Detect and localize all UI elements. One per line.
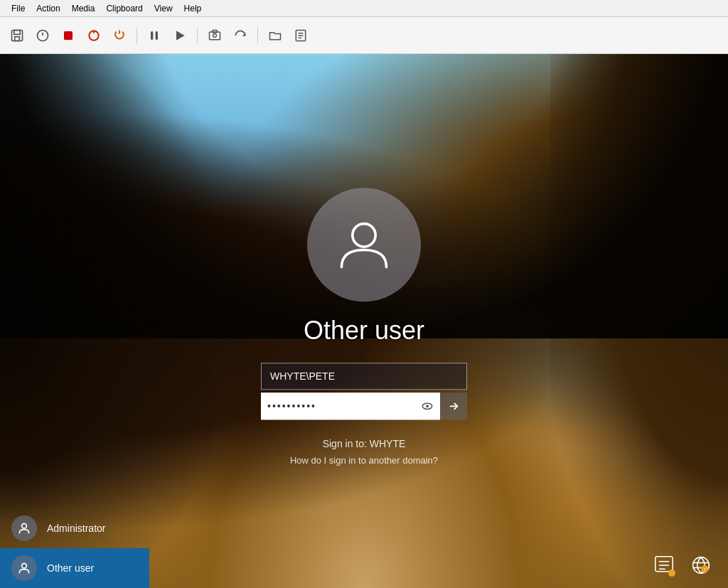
sign-in-domain-label: Sign in to: WHYTE (323, 438, 406, 449)
disk-icon (10, 28, 24, 43)
username-field-wrapper (261, 363, 467, 391)
menu-action[interactable]: Action (31, 2, 65, 15)
toolbar-poweroff-btn[interactable] (31, 24, 54, 47)
svg-text:!: ! (704, 567, 705, 572)
another-domain-link[interactable]: How do I sign in to another domain? (290, 455, 438, 466)
person-icon (332, 213, 396, 277)
person-small-icon-2 (17, 561, 31, 575)
toolbar-disk-btn[interactable] (6, 24, 28, 47)
menu-help[interactable]: Help (178, 2, 208, 15)
user-list-item-administrator[interactable]: Administrator (0, 508, 149, 548)
toolbar-restart-btn[interactable] (82, 24, 105, 47)
svg-rect-8 (151, 31, 153, 40)
screen: Other user (0, 54, 728, 588)
eye-icon (421, 400, 434, 412)
menu-view[interactable]: View (149, 2, 178, 15)
username-input[interactable] (261, 363, 467, 390)
bottom-right-icons: ! (651, 552, 714, 578)
avatar-administrator (11, 515, 37, 541)
user-list: Administrator Other user (0, 508, 149, 588)
login-panel: Other user (240, 188, 488, 466)
toolbar-folder-btn[interactable] (264, 24, 287, 47)
toolbar-pause-btn[interactable] (143, 24, 166, 47)
administrator-label: Administrator (47, 523, 105, 534)
svg-point-22 (22, 523, 27, 528)
separator-2 (197, 27, 198, 44)
svg-rect-5 (64, 31, 73, 40)
toolbar-play-btn[interactable] (168, 24, 191, 47)
username-display: Other user (304, 316, 424, 346)
menu-bar: File Action Media Clipboard View Help (0, 0, 728, 17)
svg-rect-11 (210, 32, 220, 40)
svg-point-18 (353, 223, 375, 246)
svg-rect-0 (12, 30, 23, 41)
menu-clipboard[interactable]: Clipboard (100, 2, 148, 15)
shutdown-icon (112, 28, 127, 43)
password-input[interactable] (262, 393, 415, 419)
other-user-label: Other user (47, 562, 94, 574)
toolbar-shutdown-btn[interactable] (108, 24, 131, 47)
password-row-wrapper (261, 392, 467, 428)
network-icon: ! (691, 555, 711, 575)
reveal-password-button[interactable] (415, 393, 439, 419)
arrow-right-icon (447, 400, 460, 412)
person-small-icon-1 (17, 521, 31, 535)
svg-point-23 (22, 563, 27, 568)
poweroff-icon (36, 28, 50, 43)
toolbar-screenshot-btn[interactable] (203, 24, 226, 47)
pause-icon (147, 28, 161, 43)
svg-rect-13 (213, 30, 218, 32)
folder-icon (268, 28, 282, 43)
user-avatar-large (307, 188, 421, 301)
reset-icon (233, 28, 247, 43)
svg-point-12 (213, 33, 217, 37)
restart-icon (87, 28, 101, 43)
svg-rect-1 (14, 30, 20, 34)
play-icon (173, 28, 187, 43)
toolbar (0, 17, 728, 54)
password-row (261, 392, 440, 419)
menu-media[interactable]: Media (66, 2, 101, 15)
svg-rect-9 (156, 31, 158, 40)
sign-in-button[interactable] (440, 392, 467, 419)
stop-icon (62, 29, 75, 42)
svg-point-20 (426, 405, 429, 407)
svg-marker-10 (176, 31, 185, 40)
screenshot-icon (208, 28, 222, 43)
accessibility-button[interactable] (651, 552, 677, 578)
toolbar-stop-btn[interactable] (57, 24, 80, 47)
accessibility-badge (668, 570, 675, 577)
svg-rect-2 (15, 36, 20, 41)
avatar-other-user (11, 555, 37, 581)
network-button[interactable]: ! (688, 552, 714, 578)
menu-file[interactable]: File (6, 2, 31, 15)
toolbar-reset-btn[interactable] (229, 24, 252, 47)
separator-3 (257, 27, 258, 44)
user-list-item-other[interactable]: Other user (0, 548, 149, 588)
toolbar-note-btn[interactable] (289, 24, 312, 47)
separator-1 (136, 27, 137, 44)
note-icon (294, 28, 308, 43)
